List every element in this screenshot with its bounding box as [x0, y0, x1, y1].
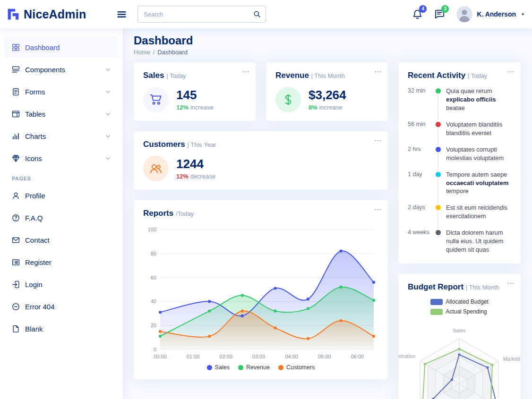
sidebar-item-label: Contact: [25, 236, 111, 244]
sidebar-item-error-404[interactable]: Error 404: [5, 296, 118, 317]
legend-item-actual-spending[interactable]: Actual Spending: [430, 308, 487, 315]
sidebar-item-login[interactable]: Login: [5, 274, 118, 295]
sales-card: Sales | Today 145 12% increase: [134, 62, 256, 121]
sidebar-item-register[interactable]: Register: [5, 252, 118, 272]
breadcrumb-home[interactable]: Home: [134, 49, 150, 56]
activity-dot: [436, 88, 441, 93]
user-name: K. Anderson: [477, 10, 516, 18]
activity-time: 2 days: [408, 204, 434, 229]
cart-icon: [150, 93, 162, 106]
activity-item[interactable]: 56 min Voluptatem blanditiis blanditiis …: [408, 120, 511, 145]
timeline-line: [438, 153, 438, 170]
svg-text:80: 80: [151, 251, 156, 256]
messages-button[interactable]: 3: [434, 9, 445, 20]
activity-link[interactable]: occaecati voluptatem: [446, 179, 508, 187]
svg-text:Administration: Administration: [398, 353, 415, 359]
activity-text: Est sit eum reicidendis exercitationem: [446, 204, 511, 229]
sidebar-item-charts[interactable]: Charts: [5, 126, 118, 146]
svg-text:20: 20: [151, 323, 156, 328]
svg-text:40: 40: [151, 298, 156, 304]
activity-timeline: 32 min Quia quae rerum explicabo officii…: [408, 87, 511, 255]
search-icon: [253, 10, 261, 18]
activity-item[interactable]: 1 day Tempore autem saepe occaecati volu…: [408, 170, 511, 204]
cart-icon-circle: [143, 87, 169, 112]
messages-badge: 3: [441, 5, 449, 13]
sidebar-item-blank[interactable]: Blank: [5, 318, 118, 339]
dollar-icon: [282, 93, 294, 106]
grid-icon: [12, 43, 20, 51]
card-menu-icon[interactable]: [374, 205, 382, 214]
activity-item[interactable]: 2 days Est sit eum reicidendis exercitat…: [408, 204, 511, 229]
card-period: /Today: [176, 210, 194, 217]
people-icon: [150, 162, 162, 175]
sidebar-toggle-icon[interactable]: [116, 9, 127, 20]
sidebar-item-components[interactable]: Components: [5, 59, 118, 80]
sidebar-item-dashboard[interactable]: Dashboard: [5, 37, 118, 58]
svg-text:04:00: 04:00: [285, 354, 298, 359]
card-title: Reports /Today: [143, 209, 378, 218]
svg-text:05:00: 05:00: [318, 354, 331, 359]
sidebar-item-label: Error 404: [25, 303, 111, 311]
sidebar-item-icons[interactable]: Icons: [5, 148, 118, 169]
sidebar-item-profile[interactable]: Profile: [5, 185, 118, 206]
sidebar-item-f-a-q[interactable]: F.A.Q: [5, 207, 118, 228]
activity-item[interactable]: 2 hrs Voluptates corrupti molestias volu…: [408, 145, 511, 170]
file-icon: [12, 325, 20, 333]
sidebar-item-label: F.A.Q: [25, 214, 111, 222]
sidebar-item-label: Components: [25, 66, 100, 74]
dollar-icon-circle: [275, 87, 301, 112]
activity-item[interactable]: 32 min Quia quae rerum explicabo officii…: [408, 87, 511, 120]
card-menu-icon[interactable]: [506, 279, 515, 288]
sidebar-item-contact[interactable]: Contact: [5, 229, 118, 250]
activity-text: Voluptates corrupti molestias voluptatem: [446, 145, 511, 170]
budget-report-card: Budget Report | This Month Allocated Bud…: [398, 274, 521, 399]
card-menu-icon[interactable]: [374, 68, 382, 76]
customers-value: 1244: [176, 157, 215, 171]
sidebar-item-label: Dashboard: [25, 43, 111, 51]
legend-item-revenue[interactable]: Revenue: [238, 364, 270, 371]
card-menu-icon[interactable]: [506, 68, 515, 76]
legend-dot: [207, 365, 212, 370]
sidebar-item-tables[interactable]: Tables: [5, 103, 118, 124]
legend-item-sales[interactable]: Sales: [207, 364, 230, 371]
avatar: [456, 6, 472, 22]
search-input[interactable]: [137, 6, 266, 23]
activity-dot: [436, 230, 441, 235]
reports-legend: SalesRevenueCustomers: [143, 364, 378, 371]
sidebar-item-forms[interactable]: Forms: [5, 81, 118, 102]
chevron-down-icon: [105, 111, 111, 117]
breadcrumb-separator: /: [153, 49, 155, 56]
timeline-line: [438, 212, 438, 229]
customers-card: Customers | This Year 1244 12% decrease: [134, 131, 388, 190]
notifications-badge: 4: [419, 5, 427, 13]
legend-dot: [278, 365, 283, 370]
chevron-down-icon: [105, 89, 111, 95]
legend-dot: [238, 365, 243, 370]
card-period: | This Month: [311, 72, 345, 79]
budget-radar: SalesMarketingDevelopmentCustomer Suppor…: [398, 318, 520, 399]
card-menu-icon[interactable]: [374, 136, 382, 145]
card-period: | Today: [468, 72, 487, 79]
user-menu[interactable]: K. Anderson: [456, 6, 525, 22]
activity-dot: [436, 147, 441, 152]
search-button[interactable]: [249, 7, 265, 21]
person-icon: [12, 192, 20, 200]
activity-link[interactable]: explicabo officiis: [446, 96, 496, 103]
sales-value: 145: [176, 88, 214, 102]
legend-item-allocated-budget[interactable]: Allocated Budget: [430, 298, 489, 305]
legend-item-customers[interactable]: Customers: [278, 364, 315, 371]
activity-item[interactable]: 4 weeks Dicta dolorem harum nulla eius. …: [408, 229, 511, 255]
chevron-down-icon: [105, 67, 111, 73]
reports-area-chart: 02040608010000:0001:0002:0003:0004:0005:…: [143, 225, 378, 362]
card-menu-icon[interactable]: [241, 68, 250, 76]
header: NiceAdmin 4 3 K. Anderson: [0, 0, 532, 28]
logo[interactable]: NiceAdmin: [0, 8, 116, 21]
timeline-line: [438, 178, 438, 204]
activity-text: Voluptatem blanditiis blanditiis eveniet: [446, 120, 511, 145]
question-circle-icon: [12, 214, 20, 222]
notifications-button[interactable]: 4: [412, 9, 423, 20]
revenue-card: Revenue | This Month $3,264 8% increase: [266, 62, 388, 121]
activity-dot: [436, 172, 441, 177]
brand-name: NiceAdmin: [24, 8, 86, 21]
sidebar-item-label: Icons: [25, 154, 100, 162]
